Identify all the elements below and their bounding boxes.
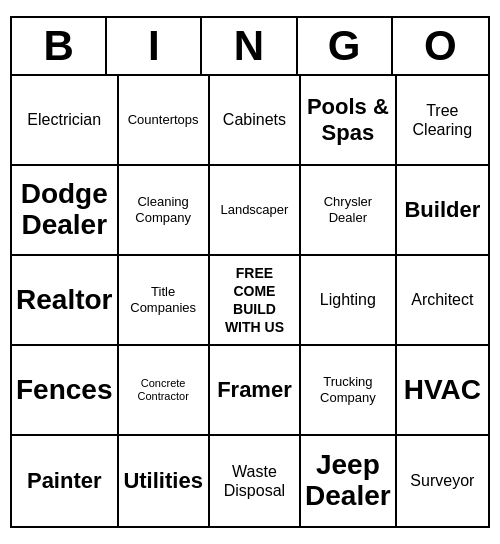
- bingo-cell-8: Chrysler Dealer: [301, 166, 397, 256]
- header-i: I: [107, 18, 202, 74]
- bingo-cell-16: Concrete Contractor: [119, 346, 210, 436]
- cell-text-3: Pools & Spas: [305, 94, 391, 147]
- cell-text-1: Countertops: [128, 112, 199, 128]
- bingo-cell-0: Electrician: [12, 76, 119, 166]
- cell-text-10: Realtor: [16, 285, 112, 316]
- bingo-cell-23: Jeep Dealer: [301, 436, 397, 526]
- cell-text-22: Waste Disposal: [214, 462, 295, 500]
- bingo-cell-7: Landscaper: [210, 166, 301, 256]
- bingo-grid: ElectricianCountertopsCabinetsPools & Sp…: [12, 76, 488, 526]
- cell-text-14: Architect: [411, 290, 473, 309]
- bingo-cell-9: Builder: [397, 166, 488, 256]
- header-g: G: [298, 18, 393, 74]
- bingo-cell-22: Waste Disposal: [210, 436, 301, 526]
- bingo-cell-21: Utilities: [119, 436, 210, 526]
- cell-text-2: Cabinets: [223, 110, 286, 129]
- bingo-cell-11: Title Companies: [119, 256, 210, 346]
- bingo-cell-12: FREE COME BUILD WITH US: [210, 256, 301, 346]
- bingo-header: B I N G O: [12, 18, 488, 76]
- cell-text-8: Chrysler Dealer: [305, 194, 391, 225]
- cell-text-19: HVAC: [404, 375, 481, 406]
- cell-text-5: Dodge Dealer: [16, 179, 113, 241]
- bingo-cell-15: Fences: [12, 346, 119, 436]
- bingo-cell-3: Pools & Spas: [301, 76, 397, 166]
- cell-text-13: Lighting: [320, 290, 376, 309]
- cell-text-0: Electrician: [27, 110, 101, 129]
- bingo-cell-17: Framer: [210, 346, 301, 436]
- bingo-cell-14: Architect: [397, 256, 488, 346]
- bingo-cell-13: Lighting: [301, 256, 397, 346]
- bingo-cell-19: HVAC: [397, 346, 488, 436]
- cell-text-7: Landscaper: [220, 202, 288, 218]
- bingo-cell-1: Countertops: [119, 76, 210, 166]
- cell-text-11: Title Companies: [123, 284, 204, 315]
- bingo-cell-5: Dodge Dealer: [12, 166, 119, 256]
- bingo-cell-18: Trucking Company: [301, 346, 397, 436]
- header-n: N: [202, 18, 297, 74]
- bingo-cell-24: Surveyor: [397, 436, 488, 526]
- cell-text-4: Tree Clearing: [401, 101, 484, 139]
- cell-text-17: Framer: [217, 377, 292, 403]
- cell-text-24: Surveyor: [410, 471, 474, 490]
- header-o: O: [393, 18, 488, 74]
- bingo-card: B I N G O ElectricianCountertopsCabinets…: [10, 16, 490, 528]
- cell-text-18: Trucking Company: [305, 374, 391, 405]
- cell-text-9: Builder: [404, 197, 480, 223]
- cell-text-23: Jeep Dealer: [305, 450, 391, 512]
- header-b: B: [12, 18, 107, 74]
- bingo-cell-20: Painter: [12, 436, 119, 526]
- cell-text-12: FREE COME BUILD WITH US: [214, 264, 295, 337]
- bingo-cell-4: Tree Clearing: [397, 76, 488, 166]
- cell-text-6: Cleaning Company: [123, 194, 204, 225]
- cell-text-21: Utilities: [123, 468, 202, 494]
- cell-text-15: Fences: [16, 375, 113, 406]
- bingo-cell-10: Realtor: [12, 256, 119, 346]
- cell-text-20: Painter: [27, 468, 102, 494]
- bingo-cell-2: Cabinets: [210, 76, 301, 166]
- cell-text-16: Concrete Contractor: [123, 377, 204, 403]
- bingo-cell-6: Cleaning Company: [119, 166, 210, 256]
